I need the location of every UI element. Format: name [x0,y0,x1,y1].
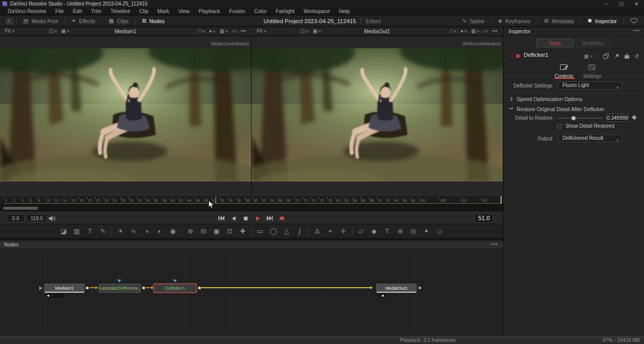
loop-button[interactable] [278,214,286,222]
matte-control-tool-icon[interactable]: ▣ [210,226,223,237]
tab-tools[interactable]: Tools [536,39,574,47]
bspline-mask-tool-icon[interactable]: ∫ [293,226,306,237]
media-pool-button[interactable]: ▤Media Pool [17,16,64,26]
brightness-contrast-tool-icon[interactable]: ◐ [153,226,167,237]
right-viewer-subview-dropdown[interactable]: ▣∨ [312,28,323,34]
deflicker-output-port[interactable] [198,287,201,289]
menu-clip[interactable]: Clip [135,8,153,14]
renderer-3d-tool-icon[interactable]: ◇ [433,226,446,237]
left-viewer-buffer-dropdown[interactable]: ◫∨ [48,28,58,34]
mediain-output-port[interactable] [86,287,89,289]
ellipse-mask-tool-icon[interactable]: ◯ [267,226,280,237]
left-viewer[interactable]: 3936x2144xfloat16 [0,36,251,196]
resize-tool-icon[interactable]: ⊡ [223,226,236,237]
show-detail-checkbox[interactable] [557,124,562,129]
lock-icon[interactable] [624,52,629,61]
shape-3d-tool-icon[interactable]: ◆ [368,226,381,237]
restore-detail-section[interactable]: ❯ Restore Original Detail After Deflicke… [504,106,644,114]
detail-slider-thumb[interactable] [572,116,576,120]
reset-icon[interactable]: ↺ [634,53,639,60]
range-out-field[interactable]: 119.0 [27,214,47,222]
left-viewer-color-dropdown[interactable]: ●∨ [208,28,216,34]
metadata-button[interactable]: ⊞Metadata [538,16,581,26]
camera-3d-tool-icon[interactable]: ◎ [407,226,420,237]
image-plane-3d-tool-icon[interactable]: ▱ [355,226,368,237]
pin-icon[interactable] [614,52,619,61]
menu-trim[interactable]: Trim [87,8,106,14]
clean-feed-button[interactable] [624,16,644,26]
keyframe-diamond-icon[interactable] [632,115,637,120]
text-plus-tool-icon[interactable]: T [84,226,97,237]
color-curves-tool-icon[interactable]: ∿ [127,226,140,237]
merge-3d-tool-icon[interactable]: ⊛ [394,226,407,237]
right-viewer-grid-dropdown[interactable]: ▦∨ [470,28,480,34]
hue-curves-tool-icon[interactable]: ◑ [140,226,153,237]
connection-adr-deflicker[interactable] [146,287,151,288]
nodes-button[interactable]: ⧉Nodes [136,16,171,26]
close-button[interactable]: ✕ [629,0,644,8]
play-reverse-button[interactable] [229,214,237,222]
spline-button[interactable]: ∿Spline [456,16,491,26]
node-graph-canvas[interactable]: MediaIn1 AutomaticDirtRemov... Deflicker… [0,248,503,336]
left-viewer-channel-dropdown[interactable]: □∨ [197,28,206,34]
menu-edit[interactable]: Edit [68,8,87,14]
go-to-first-frame-button[interactable] [217,214,225,222]
go-to-last-frame-button[interactable] [266,214,274,222]
subtab-controls[interactable]: Controls [550,63,578,79]
minimize-button[interactable]: – [599,0,614,8]
left-viewer-grid-dropdown[interactable]: ▦∨ [218,28,229,34]
menu-color[interactable]: Color [250,8,271,14]
inspector-options-menu[interactable]: ••• [633,28,640,33]
color-corrector-tool-icon[interactable]: ☀ [114,226,127,237]
nodes-options-menu[interactable]: ••• [491,241,498,247]
left-viewer-zoom-dropdown[interactable]: Fit∨ [5,28,15,34]
planar-tracker-tool-icon[interactable]: ⌖ [324,226,337,237]
maximize-button[interactable]: ▢ [614,0,629,8]
left-viewer-options-menu[interactable]: ••• [239,28,247,34]
right-viewer-color-dropdown[interactable]: ●∨ [459,28,468,34]
right-viewer-roi-button[interactable]: ▭ [482,28,489,34]
keyframes-button[interactable]: ◈Keyframes [492,16,537,26]
fast-noise-tool-icon[interactable]: ▨ [70,226,84,237]
inspector-button[interactable]: ✱Inspector [581,16,623,26]
subtab-settings[interactable]: Settings [578,63,606,79]
menu-file[interactable]: File [51,8,68,14]
node-deflicker1[interactable]: Deflicker1 [153,284,197,293]
range-in-field[interactable]: 0.0 [7,214,25,222]
timeline-scrollbar[interactable] [3,207,38,210]
mediaout-output-port[interactable] [419,287,421,289]
transform-tool-icon[interactable]: ✚ [236,226,250,237]
timeline-ruler[interactable]: 0246810121416182022242628303234363840424… [0,196,503,204]
paint-tool-icon[interactable]: ✎ [97,226,110,237]
blur-tool-icon[interactable]: ◉ [167,226,180,237]
spot-light-3d-tool-icon[interactable]: ✦ [420,226,433,237]
right-viewer-channel-dropdown[interactable]: □∨ [449,28,457,34]
adr-output-port[interactable] [142,287,145,289]
interface-layout-toggle[interactable] [6,18,13,24]
detail-value-field[interactable]: 0.349999 [606,114,628,122]
current-frame-field[interactable]: 51.0 [475,214,493,223]
node-mediaout1[interactable]: MediaOut1 [376,284,417,293]
stop-button[interactable] [242,214,250,222]
merge-tool-icon[interactable]: ⊕ [184,226,197,237]
left-viewer-roi-button[interactable]: ▭ [231,28,237,34]
background-tool-icon[interactable]: ◪ [57,226,70,237]
output-dropdown[interactable]: Deflickered Result∨ [558,134,622,142]
connection-deflicker-mediaout[interactable] [201,287,370,288]
rectangle-mask-tool-icon[interactable]: ▭ [254,226,267,237]
audio-mute-button[interactable] [48,215,56,224]
node-enable-toggle[interactable] [510,53,521,58]
channel-booleans-tool-icon[interactable]: ⊟ [197,226,210,237]
node-mediain1[interactable]: MediaIn1 [44,284,85,293]
effects-button[interactable]: ✦Effects [65,16,102,26]
right-viewer-options-menu[interactable]: ••• [491,28,499,34]
menu-fairlight[interactable]: Fairlight [271,8,299,14]
right-viewer[interactable]: 3936x2144xfloat16 [252,36,503,196]
right-viewer-buffer-dropdown[interactable]: ◫∨ [299,28,310,34]
polygon-mask-tool-icon[interactable]: △ [280,226,293,237]
menu-playback[interactable]: Playback [194,8,225,14]
detail-slider[interactable] [558,118,602,119]
menu-davinci-resolve[interactable]: DaVinci Resolve [3,8,51,14]
menu-workspace[interactable]: Workspace [299,8,334,14]
menu-timeline[interactable]: Timeline [106,8,134,14]
